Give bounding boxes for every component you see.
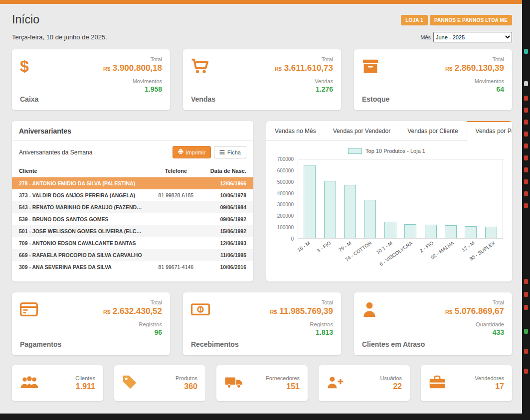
- birthday-row[interactable]: 709 - ANTONIO EDSON CAVALCANTE DANTAS12/…: [12, 237, 253, 249]
- y-tick-label: 100000: [277, 225, 294, 230]
- mini-card-fornecedores[interactable]: Fornecedores 151: [216, 365, 308, 401]
- month-select[interactable]: June - 2025: [433, 32, 512, 42]
- ficha-button[interactable]: Ficha: [214, 146, 246, 158]
- bar[interactable]: [465, 226, 477, 238]
- table-cell: [149, 201, 203, 213]
- stat-title: Caixa: [20, 95, 38, 103]
- table-cell: 539 - BRUNO DOS SANTOS GOMES: [12, 213, 149, 225]
- table-cell: 309 - ANA SEVERINA PAES DA SILVA: [12, 261, 149, 273]
- birthday-row[interactable]: 309 - ANA SEVERINA PAES DA SILVA81 99671…: [12, 261, 253, 273]
- table-cell: 709 - ANTONIO EDSON CAVALCANTE DANTAS: [12, 237, 149, 249]
- birthday-row[interactable]: 501 - JOSE WELISSON GOMES OLIVEIRA (ELC……: [12, 225, 253, 237]
- mini-card-usuarios[interactable]: Usuários 22: [319, 365, 410, 401]
- cart-icon: [191, 56, 215, 76]
- table-cell: [149, 213, 203, 225]
- table-cell: 10/06/2016: [203, 261, 253, 273]
- birthday-row[interactable]: 373 - VALDIR DOS ANJOS PEREIRA (ANGELA)8…: [12, 189, 253, 201]
- count-label: Vendas: [275, 78, 333, 84]
- edge-strip-mark: [524, 167, 528, 172]
- count-value: 96: [103, 328, 162, 336]
- stats-row-1: $ Caixa Total R$ 3.900.800,18 Movimentos…: [12, 49, 512, 110]
- mini-value: 360: [176, 382, 197, 391]
- mini-value: 151: [266, 382, 300, 391]
- x-tick-label: 16 - M: [296, 240, 311, 253]
- total-label: Total: [445, 56, 504, 62]
- birthdays-subtitle: Aniversariantes da Semana: [19, 149, 92, 156]
- tag-icon: [122, 375, 137, 392]
- table-cell: 278 - ANTONIO EMIDIO DA SILVA (PALESTINA…: [12, 177, 149, 190]
- birthday-row[interactable]: 543 - RENATO MARINHO DE ARAUJO (FAZEND…0…: [12, 201, 253, 213]
- right-edge-strip[interactable]: [522, 0, 530, 420]
- count-value: 64: [445, 85, 504, 93]
- col-telefone: Telefone: [149, 164, 203, 177]
- mini-card-produtos[interactable]: Produtos 360: [114, 365, 205, 401]
- bar[interactable]: [364, 200, 376, 238]
- count-label: Registros: [103, 321, 162, 327]
- legend-label: Top 10 Produtos - Loja 1: [365, 148, 425, 154]
- birthday-row[interactable]: 669 - RAFAELA PROCOPIO DA SILVA CARVALHO…: [12, 249, 253, 261]
- edge-strip-mark: [524, 203, 528, 208]
- y-tick-label: 0: [291, 236, 294, 242]
- table-cell: 81 99671-4146: [149, 261, 203, 273]
- print-button[interactable]: imprimir: [173, 146, 211, 158]
- count-label: Registros: [270, 321, 333, 327]
- total-value: R$ 2.632.430,52: [103, 306, 162, 316]
- truck-icon: [224, 376, 243, 391]
- total-label: Total: [445, 299, 504, 305]
- table-cell: 12/06/1993: [203, 237, 253, 249]
- tab-vendas-por-produto[interactable]: Vendas por Produto: [467, 121, 512, 141]
- stat-title: Recebimentos: [191, 340, 239, 348]
- stat-card-recebimentos[interactable]: 1 Recebimentos Total R$ 11.985.769,39 Re…: [183, 292, 341, 355]
- bar[interactable]: [384, 222, 396, 238]
- edge-strip-mark: [524, 143, 528, 148]
- sales-chart: Top 10 Produtos - Loja 1 010000020000030…: [266, 148, 512, 268]
- bars: [298, 159, 503, 238]
- table-cell: 10/06/1978: [203, 189, 253, 201]
- mini-value: 22: [380, 382, 402, 391]
- bar[interactable]: [344, 185, 356, 238]
- tab-vendas-por-cliente[interactable]: Vendas por Cliente: [399, 121, 466, 141]
- col-data-nasc: Data de Nasc.: [203, 164, 253, 177]
- legend-swatch: [348, 148, 362, 154]
- count-value: 1.276: [275, 85, 333, 93]
- x-tick-label: 2 - FIO: [418, 240, 434, 254]
- edge-strip-mark: [524, 108, 528, 113]
- birthday-table-body: 278 - ANTONIO EMIDIO DA SILVA (PALESTINA…: [12, 177, 253, 274]
- printer-icon: [178, 149, 183, 155]
- bar[interactable]: [324, 181, 336, 238]
- stat-card-vendas[interactable]: Vendas Total R$ 3.611.610,73 Vendas 1.27…: [183, 49, 341, 110]
- bar[interactable]: [445, 225, 457, 238]
- birthdays-toolbar: Aniversariantes da Semana imprimir Ficha: [12, 141, 253, 164]
- mini-label: Vendedores: [475, 375, 504, 381]
- page-header: Início LOJA 1 PANNOS E PANNOS LTDA ME: [12, 12, 512, 27]
- user-plus-icon: [327, 376, 344, 391]
- mini-card-vendedores[interactable]: Vendedores 17: [421, 365, 512, 401]
- bar[interactable]: [404, 224, 416, 238]
- stat-card-caixa[interactable]: $ Caixa Total R$ 3.900.800,18 Movimentos…: [12, 49, 170, 110]
- mini-card-clientes[interactable]: Clientes 1.911: [12, 365, 103, 401]
- table-cell: 543 - RENATO MARINHO DE ARAUJO (FAZEND…: [12, 201, 149, 213]
- stat-card-estoque[interactable]: Estoque Total R$ 2.869.130,39 Movimentos…: [354, 49, 512, 110]
- y-tick-label: 700000: [277, 156, 294, 162]
- tab-vendas-por-vendedor[interactable]: Vendas por Vendedor: [325, 121, 399, 141]
- top-accent-bar: [0, 0, 522, 4]
- bar[interactable]: [304, 165, 316, 238]
- store-badge[interactable]: LOJA 1: [401, 15, 428, 25]
- tab-vendas-no-mês[interactable]: Vendas no Mês: [266, 121, 325, 141]
- x-axis: 16 - M3 - FIO79 - M74 - COTTON10 1 - M6 …: [298, 239, 503, 268]
- total-label: Total: [103, 56, 162, 62]
- bar[interactable]: [485, 227, 497, 238]
- birthday-row[interactable]: 539 - BRUNO DOS SANTOS GOMES09/06/1992: [12, 213, 253, 225]
- stat-card-pagamentos[interactable]: Pagamentos Total R$ 2.632.430,52 Registr…: [12, 292, 170, 355]
- company-badge[interactable]: PANNOS E PANNOS LTDA ME: [430, 15, 512, 25]
- x-tick-label: 3 - FIO: [316, 240, 332, 254]
- birthday-row[interactable]: 278 - ANTONIO EMIDIO DA SILVA (PALESTINA…: [12, 177, 253, 190]
- stat-card-clientes-em-atraso[interactable]: Clientes em Atraso Total R$ 5.076.869,67…: [354, 292, 512, 355]
- edge-strip-mark: [524, 49, 528, 54]
- total-label: Total: [103, 299, 162, 305]
- table-cell: 669 - RAFAELA PROCOPIO DA SILVA CARVALHO: [12, 249, 149, 261]
- col-cliente: Cliente: [12, 164, 149, 177]
- sales-tabs: Vendas no MêsVendas por VendedorVendas p…: [266, 121, 512, 141]
- dollar-icon: $: [20, 56, 38, 76]
- bar[interactable]: [425, 225, 437, 238]
